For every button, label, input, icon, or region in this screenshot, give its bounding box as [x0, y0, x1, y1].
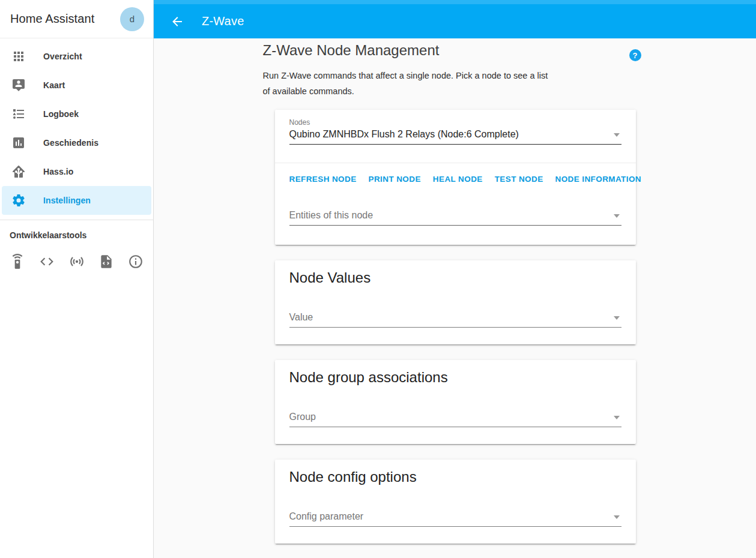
appbar-top-strip: [154, 0, 756, 4]
account-map-marker-icon: [11, 78, 26, 92]
dev-tools-label: Ontwikkelaarstools: [0, 220, 153, 240]
sidebar: Home Assistant d Overzicht Kaart Logboek: [0, 0, 154, 558]
dropdown-caret-icon: [614, 515, 620, 519]
sidebar-item-label: Overzicht: [43, 52, 82, 61]
sidebar-item-label: Logboek: [43, 109, 79, 119]
sidebar-item-logboek[interactable]: Logboek: [0, 100, 153, 128]
page-title: Z-Wave: [202, 14, 244, 28]
section-description: Run Z-Wave commands that affect a single…: [263, 68, 556, 99]
sidebar-item-geschiedenis[interactable]: Geschiedenis: [0, 128, 153, 157]
heal-node-button[interactable]: HEAL NODE: [428, 169, 488, 189]
home-assistant-icon: [11, 164, 26, 179]
back-arrow-icon[interactable]: [170, 14, 184, 29]
gear-icon: [11, 193, 26, 208]
entities-select[interactable]: Entities of this node: [289, 208, 621, 226]
apps-grid-icon: [11, 49, 26, 64]
group-select-placeholder: Group: [289, 410, 621, 427]
card-title: Node Values: [289, 268, 621, 287]
app-title: Home Assistant: [10, 12, 94, 26]
nodes-card: Nodes Qubino ZMNHBDx Flush 2 Relays (Nod…: [275, 110, 636, 245]
section-title: Z-Wave Node Management: [263, 38, 647, 59]
entities-select-area: Entities of this node: [275, 195, 636, 245]
dropdown-caret-icon: [614, 416, 620, 419]
dropdown-caret-icon: [614, 316, 620, 320]
file-code-icon[interactable]: [98, 254, 114, 269]
sidebar-menu: Overzicht Kaart Logboek Geschiedenis Has…: [0, 38, 153, 215]
nodes-select[interactable]: Qubino ZMNHBDx Flush 2 Relays (Node:6 Co…: [289, 127, 621, 145]
remote-icon[interactable]: [10, 254, 25, 269]
config-parameter-placeholder: Config parameter: [289, 509, 621, 526]
sidebar-item-instellingen[interactable]: Instellingen: [2, 186, 151, 215]
value-select-placeholder: Value: [289, 310, 621, 327]
code-tags-icon[interactable]: [39, 254, 55, 269]
node-group-associations-card: Node group associations Group: [275, 360, 636, 444]
avatar-initial: d: [130, 14, 135, 24]
entities-select-placeholder: Entities of this node: [289, 208, 621, 225]
appbar-toolbar: Z-Wave: [154, 4, 756, 38]
help-icon[interactable]: ?: [629, 49, 641, 61]
node-actions-row: REFRESH NODE PRINT NODE HEAL NODE TEST N…: [275, 163, 636, 195]
sidebar-item-label: Hass.io: [43, 167, 74, 176]
config-parameter-select[interactable]: Config parameter: [289, 509, 621, 527]
node-information-button[interactable]: NODE INFORMATION: [551, 169, 646, 189]
chart-box-icon: [11, 136, 26, 150]
group-select[interactable]: Group: [289, 410, 621, 427]
card-title: Node config options: [289, 467, 621, 486]
nodes-select-area: Nodes Qubino ZMNHBDx Flush 2 Relays (Nod…: [275, 110, 636, 163]
dropdown-caret-icon: [614, 214, 620, 218]
sidebar-item-label: Geschiedenis: [43, 138, 98, 148]
nodes-select-label: Nodes: [289, 118, 621, 127]
sidebar-item-label: Instellingen: [43, 196, 91, 205]
card-title: Node group associations: [289, 368, 621, 386]
access-point-icon[interactable]: [69, 254, 85, 269]
node-config-options-card: Node config options Config parameter: [275, 460, 636, 544]
node-values-card: Node Values Value: [275, 260, 636, 344]
sidebar-item-overzicht[interactable]: Overzicht: [0, 42, 153, 71]
dev-tools-row: [0, 240, 153, 269]
value-select[interactable]: Value: [289, 310, 621, 328]
sidebar-header: Home Assistant d: [0, 0, 153, 38]
dropdown-caret-icon: [614, 133, 620, 137]
refresh-node-button[interactable]: REFRESH NODE: [285, 169, 361, 189]
zwave-node-management-section: Z-Wave Node Management ? Run Z-Wave comm…: [263, 38, 647, 558]
sidebar-item-label: Kaart: [43, 80, 65, 90]
sidebar-item-kaart[interactable]: Kaart: [0, 71, 153, 100]
user-avatar[interactable]: d: [120, 7, 144, 31]
sidebar-item-hassio[interactable]: Hass.io: [0, 157, 153, 186]
appbar: Z-Wave: [154, 0, 756, 38]
help-glyph: ?: [633, 51, 638, 60]
test-node-button[interactable]: TEST NODE: [490, 169, 548, 189]
info-circle-icon[interactable]: [128, 254, 144, 269]
print-node-button[interactable]: PRINT NODE: [364, 169, 426, 189]
nodes-select-value: Qubino ZMNHBDx Flush 2 Relays (Node:6 Co…: [289, 127, 621, 144]
main-content: Z-Wave Node Management ? Run Z-Wave comm…: [154, 38, 756, 558]
bulleted-list-icon: [11, 107, 26, 121]
